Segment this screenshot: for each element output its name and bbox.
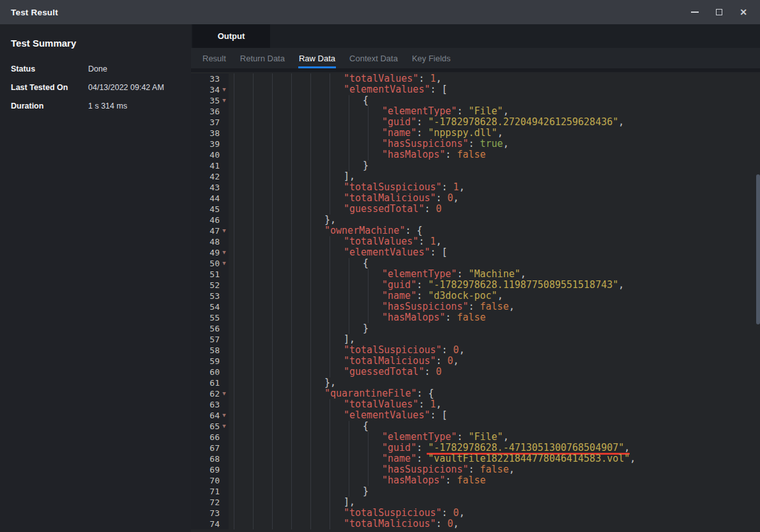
minimize-button[interactable] bbox=[687, 4, 703, 20]
code-line[interactable]: 66"elementType": "File", bbox=[191, 432, 760, 443]
code-line[interactable]: 71} bbox=[191, 486, 760, 497]
code-line[interactable]: 38"name": "nppspy.dll", bbox=[191, 128, 760, 139]
token: 0 bbox=[448, 518, 453, 529]
token: : bbox=[416, 290, 428, 301]
gutter: 59 bbox=[191, 356, 229, 367]
code-line[interactable]: 57], bbox=[191, 334, 760, 345]
code-line[interactable]: 60"guessedTotal": 0 bbox=[191, 367, 760, 377]
code-line[interactable]: 46}, bbox=[191, 215, 760, 225]
code-text: "elementType": "File", bbox=[229, 106, 760, 117]
field-label: Last Tested On bbox=[11, 84, 88, 92]
code-line[interactable]: 74"totalMalicious": 0, bbox=[191, 519, 760, 529]
line-number: 70 bbox=[191, 475, 220, 486]
fold-arrow-icon[interactable]: ▼ bbox=[220, 410, 229, 421]
fold-arrow-icon[interactable]: ▼ bbox=[220, 225, 229, 236]
code-line[interactable]: 59"totalMalicious": 0, bbox=[191, 356, 760, 367]
code-line[interactable]: 67"guid": "-1782978628.-4713051300768504… bbox=[191, 443, 760, 453]
fold-arrow-icon[interactable]: ▼ bbox=[220, 421, 229, 432]
code-line[interactable]: 42], bbox=[191, 171, 760, 182]
token: "totalSuspicious" bbox=[344, 507, 442, 519]
code-line[interactable]: 58"totalSuspicious": 0, bbox=[191, 345, 760, 356]
fold-arrow-icon[interactable]: ▼ bbox=[220, 95, 229, 106]
code-line[interactable]: 40"hasMalops": false bbox=[191, 149, 760, 160]
token: "ownerMachine" bbox=[324, 225, 405, 236]
line-number: 46 bbox=[191, 215, 220, 225]
indent-guides bbox=[234, 171, 338, 182]
token: "guid" bbox=[382, 116, 416, 128]
code-line[interactable]: 72], bbox=[191, 497, 760, 508]
code-line[interactable]: 36"elementType": "File", bbox=[191, 106, 760, 117]
fold-arrow-icon[interactable]: ▼ bbox=[220, 84, 229, 95]
line-number: 41 bbox=[191, 160, 220, 171]
raw-data-editor[interactable]: 33"totalValues": 1,34▼"elementValues": [… bbox=[191, 72, 760, 532]
close-button[interactable]: ✕ bbox=[736, 4, 751, 20]
gutter: 34▼ bbox=[191, 84, 229, 95]
token: , bbox=[503, 138, 509, 149]
indent-guides bbox=[234, 247, 338, 258]
code-line[interactable]: 55"hasMalops": false bbox=[191, 312, 760, 323]
primary-tab-bar: Output bbox=[191, 24, 760, 48]
fold-arrow-icon[interactable]: ▼ bbox=[220, 258, 229, 269]
code-text: ], bbox=[229, 334, 760, 345]
code-line[interactable]: 56} bbox=[191, 323, 760, 334]
code-line[interactable]: 54"hasSuspicions": false, bbox=[191, 301, 760, 312]
code-line[interactable]: 44"totalMalicious": 0, bbox=[191, 193, 760, 204]
token: : bbox=[416, 279, 428, 291]
token: , bbox=[509, 464, 515, 475]
tab-raw-data[interactable]: Raw Data bbox=[298, 48, 336, 68]
code-line[interactable]: 49▼"elementValues": [ bbox=[191, 247, 760, 258]
token: "guid" bbox=[382, 442, 416, 453]
code-line[interactable]: 50▼{ bbox=[191, 258, 760, 269]
code-line[interactable]: 47▼"ownerMachine": { bbox=[191, 225, 760, 236]
code-text: { bbox=[229, 95, 760, 106]
code-lines: 33"totalValues": 1,34▼"elementValues": [… bbox=[191, 73, 760, 529]
token: "elementType" bbox=[382, 431, 457, 443]
code-line[interactable]: 41} bbox=[191, 160, 760, 171]
code-line[interactable]: 61}, bbox=[191, 377, 760, 388]
tab-key-fields[interactable]: Key Fields bbox=[411, 48, 452, 68]
code-line[interactable]: 53"name": "d3dock-poc", bbox=[191, 291, 760, 301]
code-line[interactable]: 65▼{ bbox=[191, 421, 760, 432]
tab-return-data[interactable]: Return Data bbox=[239, 48, 285, 68]
field-label: Status bbox=[11, 65, 88, 73]
token: "hasMalops" bbox=[382, 475, 445, 486]
tab-result[interactable]: Result bbox=[202, 48, 227, 68]
code-line[interactable]: 34▼"elementValues": [ bbox=[191, 84, 760, 95]
tab-context-data[interactable]: Context Data bbox=[349, 48, 399, 68]
code-line[interactable]: 64▼"elementValues": [ bbox=[191, 410, 760, 421]
indent-guides bbox=[234, 345, 338, 356]
indent-guides bbox=[234, 225, 319, 236]
indent-guides bbox=[234, 280, 377, 291]
code-line[interactable]: 51"elementType": "Machine", bbox=[191, 269, 760, 280]
code-line[interactable]: 62▼"quarantineFile": { bbox=[191, 388, 760, 399]
code-line[interactable]: 70"hasMalops": false bbox=[191, 475, 760, 486]
token: ], bbox=[344, 333, 355, 345]
maximize-button[interactable] bbox=[711, 4, 727, 20]
code-line[interactable]: 73"totalSuspicious": 0, bbox=[191, 508, 760, 519]
code-line[interactable]: 63"totalValues": 1, bbox=[191, 399, 760, 410]
code-line[interactable]: 45"guessedTotal": 0 bbox=[191, 204, 760, 215]
underlined-value: "-1782978628.-4713051300768504907" bbox=[428, 443, 624, 453]
code-line[interactable]: 68"name": "vaultFile18221844778046414583… bbox=[191, 453, 760, 464]
gutter: 68 bbox=[191, 453, 229, 464]
code-text: }, bbox=[229, 377, 760, 388]
token: : bbox=[442, 344, 453, 356]
code-line[interactable]: 52"guid": "-1782978628.11987750895515187… bbox=[191, 280, 760, 291]
code-line[interactable]: 37"guid": "-1782978628.27204942612596284… bbox=[191, 117, 760, 128]
code-text: "guid": "-1782978628.2720494261259628436… bbox=[229, 117, 760, 128]
vertical-scrollbar[interactable] bbox=[756, 174, 760, 324]
code-line[interactable]: 69"hasSuspicions": false, bbox=[191, 464, 760, 475]
code-line[interactable]: 35▼{ bbox=[191, 95, 760, 106]
indent-guides bbox=[234, 204, 338, 215]
code-line[interactable]: 33"totalValues": 1, bbox=[191, 73, 760, 84]
code-line[interactable]: 43"totalSuspicious": 1, bbox=[191, 182, 760, 193]
token: : bbox=[418, 236, 430, 247]
indent-guides bbox=[234, 215, 319, 225]
fold-arrow-icon[interactable]: ▼ bbox=[220, 388, 229, 399]
code-line[interactable]: 48"totalValues": 1, bbox=[191, 236, 760, 247]
fold-arrow-icon[interactable]: ▼ bbox=[220, 247, 229, 258]
code-line[interactable]: 39"hasSuspicions": true, bbox=[191, 139, 760, 149]
tab-output[interactable]: Output bbox=[192, 24, 270, 48]
token: "quarantineFile" bbox=[324, 388, 417, 399]
token: : [ bbox=[430, 84, 447, 95]
